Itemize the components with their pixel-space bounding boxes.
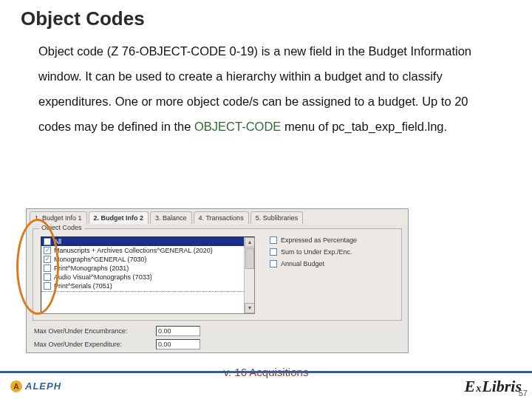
list-item[interactable]: Print^Monographs (2031) — [41, 264, 254, 273]
tab-sublibraries[interactable]: 5. Sublibraries — [250, 211, 304, 224]
checkbox[interactable] — [44, 282, 51, 290]
page-number: 57 — [519, 389, 528, 398]
list-item[interactable]: Manuscripts + Archives Collections^GENER… — [41, 246, 254, 255]
expenditure-label: Max Over/Under Expenditure: — [34, 341, 156, 348]
check-label: Expressed as Percentage — [281, 236, 357, 244]
tab-budget-info-1[interactable]: 1. Budget Info 1 — [30, 211, 87, 224]
aleph-text: ALEPH — [25, 381, 61, 392]
list-item[interactable]: Audio Visual^Monographs (7033) — [41, 273, 254, 282]
scrollbar[interactable]: ▴ ▾ — [244, 237, 254, 313]
object-codes-listbox[interactable]: All Manuscripts + Archives Collections^G… — [41, 236, 255, 314]
right-column: Expressed as Percentage Sum to Under Exp… — [270, 236, 357, 272]
list-item-label: All — [54, 238, 61, 245]
body-seg-1: Object code ( — [38, 44, 111, 58]
list-item-label: Print^Serials (7051) — [54, 282, 112, 290]
list-item-label: Monographs^GENERAL (7030) — [54, 256, 146, 263]
checkbox[interactable] — [44, 265, 51, 272]
checkbox[interactable] — [44, 238, 51, 245]
checkbox[interactable] — [44, 247, 51, 254]
exlibris-logo: ExLibris — [465, 377, 522, 396]
screenshot-window: 1. Budget Info 1 2. Budget Info 2 3. Bal… — [26, 208, 409, 353]
scroll-down-button[interactable]: ▾ — [245, 303, 255, 313]
list-item[interactable]: Print^Serials (7051) — [41, 282, 254, 290]
tab-budget-info-2[interactable]: 2. Budget Info 2 — [89, 211, 149, 224]
exlibris-rest: Libris — [482, 377, 522, 396]
body-code: Z 76-OBJECT-CODE 0-19 — [111, 44, 253, 58]
object-codes-group: Object Codes All Manuscripts + Archives … — [33, 228, 402, 321]
check-label: Sum to Under Exp./Enc. — [281, 248, 352, 256]
body-seg-3: menu of pc_tab_exp_field.lng. — [281, 120, 447, 133]
encumbrance-label: Max Over/Under Encumbrance: — [34, 327, 156, 335]
tab-transactions[interactable]: 4. Transactions — [194, 211, 249, 224]
tab-bar: 1. Budget Info 1 2. Budget Info 2 3. Bal… — [27, 209, 408, 224]
list-separator — [41, 291, 254, 292]
check-row: Expressed as Percentage — [270, 236, 357, 244]
checkbox[interactable] — [44, 256, 51, 263]
group-label: Object Codes — [39, 224, 84, 231]
tab-balance[interactable]: 3. Balance — [150, 211, 192, 224]
scroll-up-button[interactable]: ▴ — [245, 237, 255, 248]
aleph-logo: A ALEPH — [10, 381, 61, 392]
encumbrance-row: Max Over/Under Encumbrance: 0.00 — [34, 326, 200, 336]
slide-title: Object Codes — [21, 7, 145, 30]
check-row: Sum to Under Exp./Enc. — [270, 248, 357, 256]
checkbox-annual-budget[interactable] — [270, 260, 277, 267]
check-row: Annual Budget — [270, 260, 357, 267]
body-highlight: OBJECT-CODE — [194, 120, 281, 133]
list-item-label: Print^Monographs (2031) — [54, 265, 129, 272]
list-item[interactable]: All — [41, 237, 254, 246]
check-label: Annual Budget — [281, 260, 324, 267]
aleph-icon: A — [10, 381, 22, 392]
expenditure-field[interactable]: 0.00 — [156, 339, 200, 349]
list-item[interactable]: Monographs^GENERAL (7030) — [41, 255, 254, 264]
body-text: Object code (Z 76-OBJECT-CODE 0-19) is a… — [38, 38, 489, 139]
expenditure-row: Max Over/Under Expenditure: 0.00 — [34, 339, 200, 349]
slide: Object Codes Object code (Z 76-OBJECT-CO… — [0, 0, 532, 399]
checkbox-percentage[interactable] — [270, 236, 277, 244]
footer-bar: A ALEPH ExLibris — [0, 371, 532, 399]
list-item-label: Audio Visual^Monographs (7033) — [54, 273, 152, 281]
exlibris-x: x — [476, 383, 481, 395]
checkbox-sum-under[interactable] — [270, 248, 277, 256]
exlibris-e: E — [465, 377, 476, 396]
checkbox[interactable] — [44, 273, 51, 281]
list-item-label: Manuscripts + Archives Collections^GENER… — [54, 247, 213, 254]
encumbrance-field[interactable]: 0.00 — [156, 326, 200, 336]
scroll-thumb[interactable] — [245, 248, 254, 269]
